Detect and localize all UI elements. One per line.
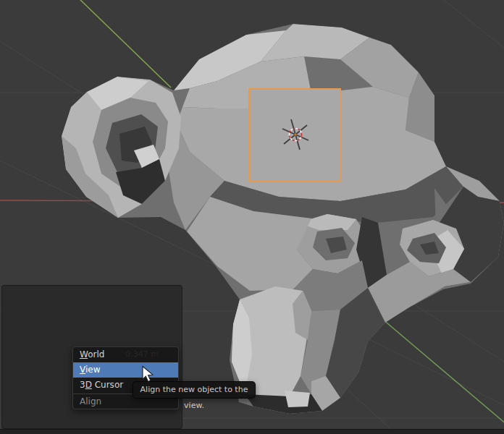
y-axis-line [77,0,171,88]
3d-viewport[interactable]: Add Cube Size 0.5 m Generate UVs Align V… [0,0,504,434]
align-dropdown-menu: 0.347 m World View 3D Cursor Align [72,346,179,409]
menu-item-world[interactable]: World [73,347,178,362]
menu-item-view[interactable]: View [73,362,178,378]
tooltip: Align the new object to the view. [133,381,256,399]
viewport-bottom-edge [0,429,504,434]
